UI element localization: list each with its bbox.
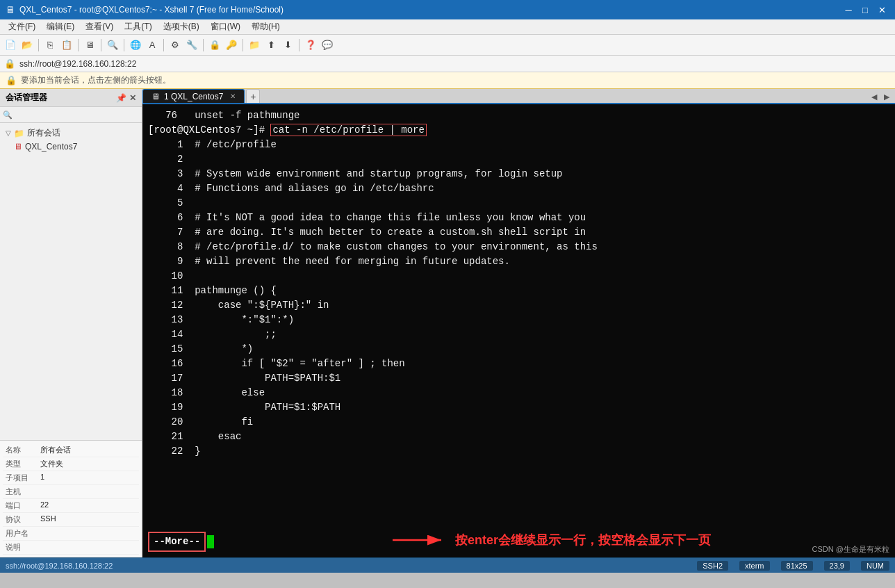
comment-button[interactable]: 💬 bbox=[320, 38, 335, 53]
prop-key-host: 主机 bbox=[6, 487, 40, 497]
toolbar-separator-6 bbox=[203, 39, 204, 51]
toolbar-separator-3 bbox=[101, 39, 101, 51]
upload-button[interactable]: ⬆ bbox=[263, 38, 279, 53]
status-num: NUM bbox=[861, 561, 889, 571]
new-tab-button[interactable]: 🖥 bbox=[82, 38, 97, 53]
annotation-text: 按enter会继续显示一行，按空格会显示下一页 bbox=[455, 531, 711, 550]
menu-file[interactable]: 文件(F) bbox=[3, 19, 41, 34]
terminal-line-14: 14 ;; bbox=[148, 327, 889, 342]
terminal[interactable]: 76 unset -f pathmunge [root@QXLCentos7 ~… bbox=[142, 104, 895, 557]
help-button[interactable]: ❓ bbox=[303, 38, 318, 53]
server-icon: 🖥 bbox=[14, 142, 22, 152]
toolbar-separator-5 bbox=[163, 39, 164, 51]
tab-nav: ◀ ▶ bbox=[866, 91, 895, 103]
menu-tabs[interactable]: 选项卡(B) bbox=[158, 19, 205, 34]
prop-val-subcount: 1 bbox=[40, 473, 44, 483]
tree-label-all: 所有会话 bbox=[27, 127, 60, 139]
prop-key-type: 类型 bbox=[6, 459, 40, 469]
terminal-line-10: 10 bbox=[148, 269, 889, 284]
menubar: 文件(F) 编辑(E) 查看(V) 工具(T) 选项卡(B) 窗口(W) 帮助(… bbox=[0, 19, 895, 35]
prop-type: 类型 文件夹 bbox=[3, 457, 139, 471]
sidebar-search-bar: 🔍 bbox=[0, 107, 142, 123]
menu-edit[interactable]: 编辑(E) bbox=[41, 19, 80, 34]
tab-close-icon[interactable]: ✕ bbox=[230, 92, 236, 100]
search-input[interactable] bbox=[13, 110, 139, 120]
prop-key-desc: 说明 bbox=[6, 542, 40, 553]
address-text: ssh://root@192.168.160.128:22 bbox=[19, 59, 136, 69]
sidebar: 会话管理器 📌 ✕ 🔍 ▽ 📁 所有会话 🖥 QXL_Centos7 bbox=[0, 89, 142, 557]
terminal-line-20: 20 fi bbox=[148, 415, 889, 430]
prop-key-protocol: 协议 bbox=[6, 514, 40, 525]
address-icon: 🔒 bbox=[4, 58, 15, 69]
prop-subcount: 子项目 1 bbox=[3, 471, 139, 485]
status-size: 81x25 bbox=[781, 561, 813, 571]
download-button[interactable]: ⬇ bbox=[280, 38, 295, 53]
lock-button[interactable]: 🔒 bbox=[207, 38, 222, 53]
prop-val-name: 所有会话 bbox=[40, 445, 71, 455]
maximize-button[interactable]: □ bbox=[857, 2, 873, 17]
terminal-line-12: 12 case ":${PATH}:" in bbox=[148, 298, 889, 313]
tab-icon: 🖥 bbox=[151, 92, 160, 101]
watermark: CSDN @生命是有米粒 bbox=[812, 544, 889, 555]
status-items: SSH2 xterm 81x25 23,9 NUM bbox=[697, 561, 889, 571]
paste-button[interactable]: 📋 bbox=[59, 38, 74, 53]
sidebar-tree: ▽ 📁 所有会话 🖥 QXL_Centos7 bbox=[0, 123, 142, 440]
tree-item-qxl-centos7[interactable]: 🖥 QXL_Centos7 bbox=[3, 140, 139, 153]
arrow-icon bbox=[393, 530, 448, 550]
more-text: --More-- bbox=[148, 532, 206, 552]
notify-text: 要添加当前会话，点击左侧的箭头按钮。 bbox=[21, 74, 171, 86]
toolbar: 📄 📂 ⎘ 📋 🖥 🔍 🌐 A ⚙ 🔧 🔒 🔑 📁 ⬆ ⬇ ❓ 💬 bbox=[0, 35, 895, 56]
tab-label: 1 QXL_Centos7 bbox=[164, 92, 223, 101]
key-button[interactable]: 🔑 bbox=[224, 38, 239, 53]
terminal-line-1: 1 # /etc/profile bbox=[148, 138, 889, 152]
new-tab-button[interactable]: + bbox=[246, 89, 260, 103]
prop-username: 用户名 bbox=[3, 527, 139, 541]
prop-key-username: 用户名 bbox=[6, 528, 40, 539]
search-button[interactable]: 🔍 bbox=[105, 38, 120, 53]
settings-button[interactable]: ⚙ bbox=[167, 38, 183, 53]
tools-extra-button[interactable]: 🔧 bbox=[184, 38, 199, 53]
search-icon: 🔍 bbox=[3, 111, 13, 120]
prop-key-name: 名称 bbox=[6, 445, 40, 455]
window-title: QXL_Centos7 - root@QXLCentos7:~ - Xshell… bbox=[19, 5, 284, 15]
sidebar-close-icon[interactable]: ✕ bbox=[129, 93, 136, 103]
tab-nav-right[interactable]: ▶ bbox=[881, 92, 892, 101]
terminal-line-21: 21 esac bbox=[148, 430, 889, 444]
toolbar-separator-8 bbox=[299, 39, 299, 51]
menu-view[interactable]: 查看(V) bbox=[80, 19, 119, 34]
new-session-button[interactable]: 📄 bbox=[3, 38, 18, 53]
terminal-line-2: 2 bbox=[148, 152, 889, 167]
menu-window[interactable]: 窗口(W) bbox=[205, 19, 246, 34]
menu-tools[interactable]: 工具(T) bbox=[119, 19, 157, 34]
terminal-line-prompt: [root@QXLCentos7 ~]# cat -n /etc/profile… bbox=[148, 123, 889, 138]
properties-panel: 名称 所有会话 类型 文件夹 子项目 1 主机 端口 22 协议 SSH bbox=[0, 440, 142, 557]
status-position: 23,9 bbox=[824, 561, 850, 571]
tab-qxl-centos7[interactable]: 🖥 1 QXL_Centos7 ✕ bbox=[142, 89, 245, 103]
tab-nav-left[interactable]: ◀ bbox=[869, 92, 880, 101]
titlebar-controls: ─ □ ✕ bbox=[841, 2, 889, 17]
toolbar-separator-7 bbox=[243, 39, 243, 51]
expand-icon: ▽ bbox=[6, 129, 11, 137]
font-button[interactable]: A bbox=[145, 38, 160, 53]
terminal-line-18: 18 else bbox=[148, 386, 889, 400]
status-bar: ssh://root@192.168.160.128:22 SSH2 xterm… bbox=[0, 557, 895, 573]
folder-icon: 📁 bbox=[14, 129, 24, 138]
folder-button[interactable]: 📁 bbox=[247, 38, 262, 53]
terminal-line-13: 13 *:"$1":*) bbox=[148, 313, 889, 327]
toolbar-separator-1 bbox=[38, 39, 39, 51]
terminal-line-19: 19 PATH=$1:$PATH bbox=[148, 400, 889, 415]
copy-button[interactable]: ⎘ bbox=[42, 38, 58, 53]
close-button[interactable]: ✕ bbox=[874, 2, 889, 17]
terminal-line-3: 3 # System wide environment and startup … bbox=[148, 167, 889, 181]
menu-help[interactable]: 帮助(H) bbox=[246, 19, 286, 34]
color-button[interactable]: 🌐 bbox=[128, 38, 143, 53]
sidebar-pin-icon[interactable]: 📌 bbox=[116, 93, 126, 103]
terminal-line-7: 7 # are doing. It's much better to creat… bbox=[148, 225, 889, 240]
tree-item-all-sessions[interactable]: ▽ 📁 所有会话 bbox=[3, 126, 139, 140]
open-button[interactable]: 📂 bbox=[19, 38, 35, 53]
minimize-button[interactable]: ─ bbox=[841, 2, 856, 17]
prop-val-port: 22 bbox=[40, 500, 49, 511]
toolbar-separator-2 bbox=[78, 39, 79, 51]
terminal-line-22: 22 } bbox=[148, 444, 889, 459]
app-icon: 🖥 bbox=[6, 4, 15, 15]
